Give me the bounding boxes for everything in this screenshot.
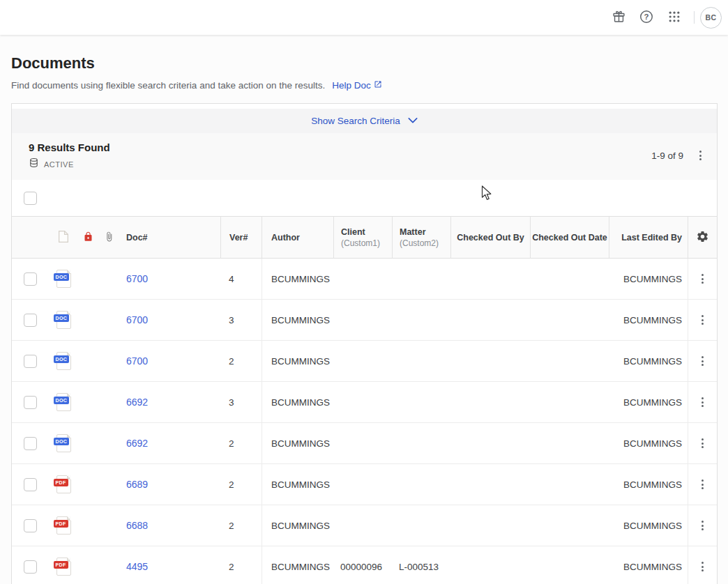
version-cell: 2	[220, 341, 261, 381]
lock-cell	[77, 546, 98, 584]
row-checkbox[interactable]	[24, 560, 37, 574]
paperclip-icon	[104, 231, 114, 244]
checked-out-by-cell	[450, 341, 530, 381]
checked-out-by-cell	[450, 464, 530, 505]
checked-out-date-cell	[530, 382, 609, 422]
show-search-criteria-toggle[interactable]: Show Search Criteria	[12, 109, 717, 133]
attachment-column-header[interactable]	[98, 217, 119, 258]
row-checkbox[interactable]	[24, 478, 37, 491]
file-type-column-header[interactable]	[50, 217, 77, 258]
results-header: 9 Results Found ACTIVE 1-9 of 9	[12, 133, 717, 180]
row-checkbox[interactable]	[24, 314, 37, 327]
version-cell: 2	[220, 546, 261, 584]
version-cell: 3	[220, 300, 261, 340]
row-actions-button[interactable]	[693, 310, 713, 330]
column-header-last-edited-by[interactable]: Last Edited By	[609, 217, 688, 258]
matter-cell	[392, 464, 450, 505]
show-search-criteria-label: Show Search Criteria	[311, 116, 400, 126]
checked-out-column-header[interactable]	[77, 217, 98, 258]
attachment-cell	[98, 505, 119, 546]
row-checkbox[interactable]	[24, 272, 37, 286]
author-cell: BCUMMINGS	[261, 546, 333, 584]
column-settings-cell	[688, 217, 717, 258]
table-header-row: Doc# Ver# Author Client (Custom1) Matter…	[12, 216, 717, 259]
row-checkbox[interactable]	[24, 437, 37, 450]
file-type-badge: DOC	[54, 397, 70, 404]
doc-number-link[interactable]: 6688	[126, 520, 148, 531]
help-button[interactable]: ?	[632, 3, 660, 31]
lock-cell	[77, 259, 98, 299]
row-actions-button[interactable]	[693, 516, 713, 535]
checked-out-by-cell	[450, 546, 530, 584]
matter-cell	[392, 300, 450, 340]
author-cell: BCUMMINGS	[261, 505, 333, 546]
user-avatar[interactable]: BC	[700, 7, 722, 29]
row-actions-button[interactable]	[693, 433, 713, 453]
client-cell	[333, 259, 392, 299]
last-edited-by-cell: BCUMMINGS	[609, 300, 688, 340]
table-body: DOC 6700 4 BCUMMINGS BCUMMINGS DOC	[12, 259, 717, 584]
doc-number-link[interactable]: 6700	[126, 273, 148, 284]
row-actions-button[interactable]	[693, 392, 713, 412]
doc-number-link[interactable]: 6689	[126, 479, 148, 490]
checked-out-by-cell	[450, 382, 530, 422]
row-checkbox[interactable]	[24, 355, 37, 368]
matter-header-label: Matter	[400, 227, 439, 237]
file-type-icon: DOC	[56, 352, 71, 370]
top-bar: ? BC	[0, 0, 728, 35]
page-subtitle: Find documents using flexible search cri…	[11, 79, 325, 92]
column-header-checked-out-by[interactable]: Checked Out By	[450, 217, 530, 258]
select-all-checkbox[interactable]	[24, 192, 37, 205]
results-count: 9 Results Found	[29, 141, 110, 153]
file-type-badge: PDF	[54, 561, 68, 569]
file-type-icon: DOC	[56, 311, 71, 329]
row-actions-button[interactable]	[693, 269, 713, 289]
row-actions-button[interactable]	[693, 351, 713, 371]
author-cell: BCUMMINGS	[261, 382, 333, 422]
attachment-cell	[98, 341, 119, 381]
column-header-version[interactable]: Ver#	[220, 217, 261, 258]
file-type-icon: DOC	[56, 434, 71, 452]
last-edited-by-cell: BCUMMINGS	[609, 341, 688, 381]
column-settings-button[interactable]	[696, 230, 709, 245]
help-doc-link-label: Help Doc	[332, 79, 371, 92]
topbar-divider	[694, 11, 695, 24]
matter-cell: L-000513	[392, 546, 450, 584]
doc-number-link[interactable]: 6700	[126, 314, 148, 325]
chevron-down-icon	[408, 116, 418, 126]
doc-number-link[interactable]: 6692	[126, 438, 148, 449]
attachment-cell	[98, 464, 119, 505]
row-checkbox[interactable]	[24, 519, 37, 532]
file-type-icon: DOC	[56, 270, 71, 288]
checked-out-date-cell	[530, 423, 609, 463]
doc-number-link[interactable]: 6692	[126, 397, 148, 408]
scope-badge: ACTIVE	[44, 160, 74, 169]
matter-cell	[392, 423, 450, 463]
version-cell: 3	[220, 382, 261, 422]
whats-new-button[interactable]	[605, 3, 632, 31]
lock-cell	[77, 464, 98, 505]
column-header-matter[interactable]: Matter (Custom2)	[392, 217, 450, 258]
row-actions-button[interactable]	[693, 557, 713, 576]
help-icon: ?	[639, 9, 654, 26]
row-checkbox[interactable]	[24, 396, 37, 409]
column-header-checked-out-date[interactable]: Checked Out Date	[530, 217, 609, 258]
row-actions-button[interactable]	[693, 475, 713, 494]
app-switcher-button[interactable]	[660, 3, 688, 31]
column-header-client[interactable]: Client (Custom1)	[333, 217, 392, 258]
select-all-row	[12, 180, 717, 216]
last-edited-by-cell: BCUMMINGS	[609, 546, 688, 584]
lock-cell	[77, 382, 98, 422]
results-actions-button[interactable]	[690, 146, 710, 165]
doc-number-link[interactable]: 6700	[126, 355, 148, 367]
table-row: DOC 6692 2 BCUMMINGS BCUMMINGS	[12, 423, 717, 464]
last-edited-by-cell: BCUMMINGS	[609, 382, 688, 422]
version-cell: 4	[220, 259, 261, 299]
checked-out-by-cell	[450, 259, 530, 299]
column-header-author[interactable]: Author	[261, 217, 333, 258]
column-header-doc-number[interactable]: Doc#	[119, 217, 220, 258]
doc-number-link[interactable]: 4495	[126, 561, 148, 572]
help-doc-link[interactable]: Help Doc	[332, 79, 382, 92]
checked-out-date-cell	[530, 300, 609, 340]
client-header-sublabel: (Custom1)	[341, 238, 380, 248]
